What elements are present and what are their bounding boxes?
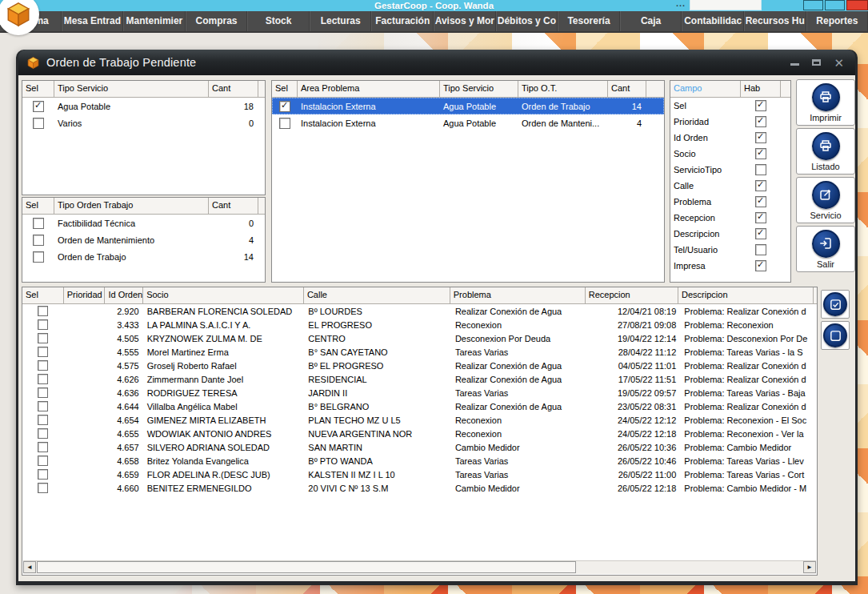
column-header-id-orden[interactable]: Id Orden bbox=[105, 287, 143, 303]
titlebar-field[interactable] bbox=[690, 0, 762, 10]
campo-row[interactable]: ServicioTipo bbox=[670, 162, 790, 178]
checkbox-unchecked[interactable] bbox=[279, 118, 290, 129]
order-row[interactable]: 3.433LA PALMINA S.A.I.C.I Y A.EL PROGRES… bbox=[22, 318, 817, 331]
area-problema-row[interactable]: Instalacion ExternaAgua PotableOrden de … bbox=[272, 98, 664, 114]
scroll-left-icon[interactable]: ◄ bbox=[23, 561, 36, 573]
column-header-hab[interactable]: Hab bbox=[741, 81, 781, 97]
campo-row[interactable]: Tel/Usuario bbox=[670, 242, 790, 258]
order-row[interactable]: 4.555Morel Martinez ErmaB° SAN CAYETANOT… bbox=[22, 345, 817, 359]
campo-row[interactable]: Prioridad bbox=[670, 114, 790, 130]
campo-row[interactable]: Id Orden bbox=[670, 130, 790, 146]
checkbox-unchecked[interactable] bbox=[38, 387, 48, 398]
window-minimize-icon[interactable] bbox=[790, 60, 799, 66]
menu-item-caja[interactable]: Caja bbox=[620, 11, 682, 31]
checkbox-unchecked[interactable] bbox=[38, 469, 48, 480]
checkbox-unchecked[interactable] bbox=[38, 374, 48, 384]
horizontal-scrollbar[interactable]: ◄ ► bbox=[23, 560, 816, 574]
checkbox-unchecked[interactable] bbox=[33, 218, 44, 229]
tipo-orden-row[interactable]: Orden de Mantenimiento4 bbox=[22, 231, 265, 248]
menu-item-avisos-y-mor[interactable]: Avisos y Mor bbox=[434, 11, 496, 31]
imprimir-button[interactable]: Imprimir bbox=[796, 79, 855, 126]
checkbox-unchecked[interactable] bbox=[38, 319, 48, 330]
checkbox-checked[interactable] bbox=[755, 212, 766, 223]
checkbox-unchecked[interactable] bbox=[38, 347, 48, 357]
order-row[interactable]: 4.659FLOR ADELINA R.(DESC JUB)KALSTEN II… bbox=[22, 468, 817, 481]
column-header-problema[interactable]: Problema bbox=[450, 287, 586, 303]
order-row[interactable]: 4.654GIMENEZ MIRTA ELIZABETHPLAN TECHO M… bbox=[22, 413, 817, 427]
column-header-cant[interactable]: Cant bbox=[608, 81, 646, 97]
column-header-sel[interactable]: Sel bbox=[22, 287, 64, 303]
salir-button[interactable]: Salir bbox=[796, 226, 855, 272]
tipo-servicio-row[interactable]: Varios0 bbox=[22, 114, 265, 131]
column-header-calle[interactable]: Calle bbox=[304, 287, 450, 303]
checkbox-checked[interactable] bbox=[33, 101, 44, 112]
listado-button[interactable]: Listado bbox=[796, 128, 855, 175]
checkbox-checked[interactable] bbox=[755, 148, 766, 159]
column-header-prioridad[interactable]: Prioridad bbox=[64, 287, 106, 303]
checkbox-unchecked[interactable] bbox=[38, 401, 48, 411]
column-header-tipo-orden-trabajo[interactable]: Tipo Orden Trabajo bbox=[54, 198, 209, 214]
campo-row[interactable]: Calle bbox=[670, 178, 790, 194]
checkbox-unchecked[interactable] bbox=[38, 415, 48, 425]
menu-item-compras[interactable]: Compras bbox=[186, 11, 248, 31]
campo-row[interactable]: Problema bbox=[670, 194, 790, 210]
checkbox-checked[interactable] bbox=[755, 196, 766, 207]
menu-item-contabilidac[interactable]: Contabilidac bbox=[682, 11, 744, 31]
order-row[interactable]: 4.660BENITEZ ERMENEGILDO20 VIVI C Nº 13 … bbox=[22, 481, 817, 495]
checkbox-checked[interactable] bbox=[755, 116, 766, 127]
order-row[interactable]: 2.920BARBERAN FLORENCIA SOLEDADBº LOURDE… bbox=[22, 304, 817, 318]
menu-item-lecturas[interactable]: Lecturas bbox=[310, 11, 372, 31]
order-row[interactable]: 4.657SILVERO ADRIANA SOLEDADSAN MARTINCa… bbox=[22, 440, 817, 454]
app-maximize-button[interactable] bbox=[825, 0, 845, 10]
checkbox-unchecked[interactable] bbox=[33, 118, 44, 129]
menu-item-reportes[interactable]: Reportes bbox=[806, 11, 868, 31]
checkbox-unchecked[interactable] bbox=[38, 333, 48, 343]
tipo-servicio-row[interactable]: Agua Potable18 bbox=[22, 98, 265, 114]
scroll-right-icon[interactable]: ► bbox=[803, 561, 816, 573]
order-row[interactable]: 4.655WDOWIAK ANTONIO ANDRESNUEVA ARGENTI… bbox=[22, 427, 817, 440]
order-row[interactable]: 4.505KRYZNOWEK ZULMA M. DECENTRODesconex… bbox=[22, 331, 817, 345]
column-header-sel[interactable]: Sel bbox=[22, 81, 54, 97]
checkbox-unchecked[interactable] bbox=[755, 164, 766, 175]
checkbox-unchecked[interactable] bbox=[33, 235, 44, 246]
campo-row[interactable]: Sel bbox=[670, 98, 790, 114]
menu-item-facturaci-n[interactable]: Facturación bbox=[371, 11, 434, 31]
checkbox-checked[interactable] bbox=[755, 100, 766, 111]
order-row[interactable]: 4.644Villalba Angélica MabelB° BELGRANOR… bbox=[22, 399, 817, 413]
menu-item-mesa-entrad[interactable]: Mesa Entrad bbox=[62, 11, 124, 31]
checkbox-checked[interactable] bbox=[279, 101, 290, 112]
checkbox-unchecked[interactable] bbox=[38, 483, 48, 493]
app-close-button[interactable] bbox=[846, 0, 868, 10]
column-header-tipo-servicio[interactable]: Tipo Servicio bbox=[54, 81, 209, 97]
menu-item-mantenimier[interactable]: Mantenimier bbox=[123, 11, 186, 31]
checkbox-unchecked[interactable] bbox=[755, 244, 766, 255]
select-all-button[interactable] bbox=[821, 290, 850, 319]
tipo-orden-row[interactable]: Orden de Trabajo14 bbox=[22, 248, 265, 265]
area-problema-row[interactable]: Instalacion ExternaAgua PotableOrden de … bbox=[272, 114, 664, 131]
app-minimize-button[interactable] bbox=[803, 0, 823, 10]
column-header-campo[interactable]: Campo bbox=[670, 81, 741, 97]
order-row[interactable]: 4.636RODRIGUEZ TERESAJARDIN IITareas Var… bbox=[22, 386, 817, 399]
deselect-all-button[interactable] bbox=[821, 321, 850, 350]
campo-row[interactable]: Impresa bbox=[670, 258, 790, 274]
order-row[interactable]: 4.658Britez Yolanda EvangelicaBº PTO WAN… bbox=[22, 454, 817, 468]
column-header-sel[interactable]: Sel bbox=[22, 198, 54, 214]
column-header-area-problema[interactable]: Area Problema bbox=[298, 81, 440, 97]
window-titlebar[interactable]: Orden de Trabajo Pendiente ✕ bbox=[18, 50, 855, 75]
menu-item-d-bitos-y-co[interactable]: Débitos y Co bbox=[496, 11, 558, 31]
menu-item-stock[interactable]: Stock bbox=[247, 11, 310, 31]
column-header-descripcion[interactable]: Descripcion bbox=[678, 287, 814, 303]
order-row[interactable]: 4.575Groselj Roberto RafaelBº EL PROGRES… bbox=[22, 359, 817, 372]
window-close-icon[interactable]: ✕ bbox=[834, 58, 844, 68]
column-header-cant[interactable]: Cant bbox=[209, 81, 258, 97]
checkbox-unchecked[interactable] bbox=[38, 456, 48, 466]
tipo-orden-row[interactable]: Factibilidad Técnica0 bbox=[22, 215, 265, 231]
servicio-button[interactable]: Servicio bbox=[796, 177, 855, 223]
column-header-recepcion[interactable]: Recepcion bbox=[586, 287, 678, 303]
menu-item-tesorer-a[interactable]: Tesorería bbox=[558, 11, 620, 31]
checkbox-unchecked[interactable] bbox=[38, 306, 48, 316]
scrollbar-thumb[interactable] bbox=[37, 561, 576, 573]
order-row[interactable]: 4.626Zimmermann Dante JoelRESIDENCIALRea… bbox=[22, 372, 817, 386]
column-header-sel[interactable]: Sel bbox=[272, 81, 298, 97]
checkbox-checked[interactable] bbox=[755, 260, 766, 271]
